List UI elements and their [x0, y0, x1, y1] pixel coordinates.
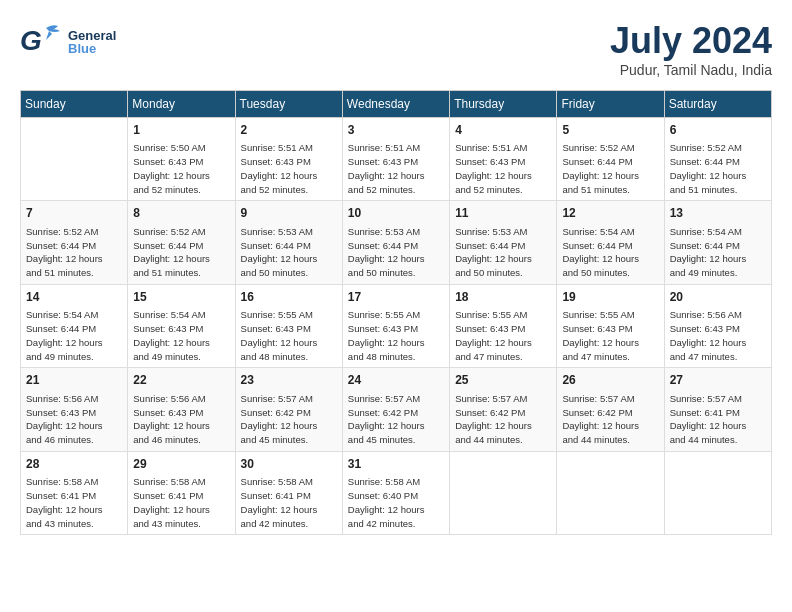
calendar-cell: 18Sunrise: 5:55 AM Sunset: 6:43 PM Dayli…: [450, 284, 557, 367]
calendar-cell: 25Sunrise: 5:57 AM Sunset: 6:42 PM Dayli…: [450, 368, 557, 451]
header-wednesday: Wednesday: [342, 91, 449, 118]
day-info: Sunrise: 5:58 AM Sunset: 6:41 PM Dayligh…: [26, 475, 122, 530]
day-number: 16: [241, 289, 337, 306]
calendar-cell: 1Sunrise: 5:50 AM Sunset: 6:43 PM Daylig…: [128, 118, 235, 201]
header-friday: Friday: [557, 91, 664, 118]
day-info: Sunrise: 5:53 AM Sunset: 6:44 PM Dayligh…: [455, 225, 551, 280]
calendar-cell: 12Sunrise: 5:54 AM Sunset: 6:44 PM Dayli…: [557, 201, 664, 284]
header-thursday: Thursday: [450, 91, 557, 118]
day-info: Sunrise: 5:57 AM Sunset: 6:42 PM Dayligh…: [562, 392, 658, 447]
logo-blue-text: Blue: [68, 42, 116, 55]
calendar-cell: 15Sunrise: 5:54 AM Sunset: 6:43 PM Dayli…: [128, 284, 235, 367]
calendar-cell: [450, 451, 557, 534]
header-tuesday: Tuesday: [235, 91, 342, 118]
calendar-cell: 14Sunrise: 5:54 AM Sunset: 6:44 PM Dayli…: [21, 284, 128, 367]
calendar-cell: [664, 451, 771, 534]
day-info: Sunrise: 5:55 AM Sunset: 6:43 PM Dayligh…: [562, 308, 658, 363]
day-info: Sunrise: 5:56 AM Sunset: 6:43 PM Dayligh…: [133, 392, 229, 447]
location: Pudur, Tamil Nadu, India: [610, 62, 772, 78]
day-number: 10: [348, 205, 444, 222]
day-number: 21: [26, 372, 122, 389]
calendar-cell: [21, 118, 128, 201]
calendar-cell: 16Sunrise: 5:55 AM Sunset: 6:43 PM Dayli…: [235, 284, 342, 367]
calendar-cell: 6Sunrise: 5:52 AM Sunset: 6:44 PM Daylig…: [664, 118, 771, 201]
calendar-cell: 10Sunrise: 5:53 AM Sunset: 6:44 PM Dayli…: [342, 201, 449, 284]
day-number: 12: [562, 205, 658, 222]
day-number: 29: [133, 456, 229, 473]
day-number: 4: [455, 122, 551, 139]
calendar-week-row: 1Sunrise: 5:50 AM Sunset: 6:43 PM Daylig…: [21, 118, 772, 201]
calendar-week-row: 28Sunrise: 5:58 AM Sunset: 6:41 PM Dayli…: [21, 451, 772, 534]
day-info: Sunrise: 5:54 AM Sunset: 6:44 PM Dayligh…: [562, 225, 658, 280]
calendar-cell: 29Sunrise: 5:58 AM Sunset: 6:41 PM Dayli…: [128, 451, 235, 534]
day-info: Sunrise: 5:57 AM Sunset: 6:42 PM Dayligh…: [455, 392, 551, 447]
day-info: Sunrise: 5:54 AM Sunset: 6:44 PM Dayligh…: [670, 225, 766, 280]
day-number: 22: [133, 372, 229, 389]
calendar-cell: 17Sunrise: 5:55 AM Sunset: 6:43 PM Dayli…: [342, 284, 449, 367]
header: G General Blue July 2024 Pudur, Tamil Na…: [20, 20, 772, 78]
day-number: 14: [26, 289, 122, 306]
day-number: 7: [26, 205, 122, 222]
day-info: Sunrise: 5:56 AM Sunset: 6:43 PM Dayligh…: [26, 392, 122, 447]
day-info: Sunrise: 5:58 AM Sunset: 6:41 PM Dayligh…: [133, 475, 229, 530]
calendar-cell: 28Sunrise: 5:58 AM Sunset: 6:41 PM Dayli…: [21, 451, 128, 534]
calendar-cell: 11Sunrise: 5:53 AM Sunset: 6:44 PM Dayli…: [450, 201, 557, 284]
calendar-cell: 9Sunrise: 5:53 AM Sunset: 6:44 PM Daylig…: [235, 201, 342, 284]
calendar-cell: 20Sunrise: 5:56 AM Sunset: 6:43 PM Dayli…: [664, 284, 771, 367]
calendar-week-row: 21Sunrise: 5:56 AM Sunset: 6:43 PM Dayli…: [21, 368, 772, 451]
header-monday: Monday: [128, 91, 235, 118]
day-number: 13: [670, 205, 766, 222]
calendar-cell: [557, 451, 664, 534]
header-saturday: Saturday: [664, 91, 771, 118]
day-number: 8: [133, 205, 229, 222]
logo-words: General Blue: [68, 29, 116, 55]
calendar-cell: 24Sunrise: 5:57 AM Sunset: 6:42 PM Dayli…: [342, 368, 449, 451]
calendar-week-row: 7Sunrise: 5:52 AM Sunset: 6:44 PM Daylig…: [21, 201, 772, 284]
day-info: Sunrise: 5:51 AM Sunset: 6:43 PM Dayligh…: [241, 141, 337, 196]
calendar-cell: 31Sunrise: 5:58 AM Sunset: 6:40 PM Dayli…: [342, 451, 449, 534]
day-number: 17: [348, 289, 444, 306]
day-number: 31: [348, 456, 444, 473]
calendar-cell: 3Sunrise: 5:51 AM Sunset: 6:43 PM Daylig…: [342, 118, 449, 201]
day-number: 15: [133, 289, 229, 306]
day-number: 18: [455, 289, 551, 306]
day-info: Sunrise: 5:53 AM Sunset: 6:44 PM Dayligh…: [241, 225, 337, 280]
page: G General Blue July 2024 Pudur, Tamil Na…: [0, 0, 792, 612]
day-info: Sunrise: 5:51 AM Sunset: 6:43 PM Dayligh…: [455, 141, 551, 196]
calendar-header-row: Sunday Monday Tuesday Wednesday Thursday…: [21, 91, 772, 118]
day-number: 5: [562, 122, 658, 139]
calendar-cell: 26Sunrise: 5:57 AM Sunset: 6:42 PM Dayli…: [557, 368, 664, 451]
day-info: Sunrise: 5:51 AM Sunset: 6:43 PM Dayligh…: [348, 141, 444, 196]
calendar-cell: 27Sunrise: 5:57 AM Sunset: 6:41 PM Dayli…: [664, 368, 771, 451]
month-title: July 2024: [610, 20, 772, 62]
day-info: Sunrise: 5:52 AM Sunset: 6:44 PM Dayligh…: [26, 225, 122, 280]
day-info: Sunrise: 5:58 AM Sunset: 6:40 PM Dayligh…: [348, 475, 444, 530]
calendar-week-row: 14Sunrise: 5:54 AM Sunset: 6:44 PM Dayli…: [21, 284, 772, 367]
day-info: Sunrise: 5:56 AM Sunset: 6:43 PM Dayligh…: [670, 308, 766, 363]
day-number: 23: [241, 372, 337, 389]
calendar-cell: 22Sunrise: 5:56 AM Sunset: 6:43 PM Dayli…: [128, 368, 235, 451]
calendar-cell: 21Sunrise: 5:56 AM Sunset: 6:43 PM Dayli…: [21, 368, 128, 451]
calendar-cell: 4Sunrise: 5:51 AM Sunset: 6:43 PM Daylig…: [450, 118, 557, 201]
calendar-cell: 7Sunrise: 5:52 AM Sunset: 6:44 PM Daylig…: [21, 201, 128, 284]
day-number: 1: [133, 122, 229, 139]
day-number: 27: [670, 372, 766, 389]
day-info: Sunrise: 5:58 AM Sunset: 6:41 PM Dayligh…: [241, 475, 337, 530]
day-info: Sunrise: 5:55 AM Sunset: 6:43 PM Dayligh…: [241, 308, 337, 363]
day-info: Sunrise: 5:50 AM Sunset: 6:43 PM Dayligh…: [133, 141, 229, 196]
day-info: Sunrise: 5:52 AM Sunset: 6:44 PM Dayligh…: [670, 141, 766, 196]
day-info: Sunrise: 5:54 AM Sunset: 6:43 PM Dayligh…: [133, 308, 229, 363]
day-info: Sunrise: 5:57 AM Sunset: 6:42 PM Dayligh…: [241, 392, 337, 447]
svg-text:G: G: [20, 25, 42, 56]
day-number: 2: [241, 122, 337, 139]
logo: G General Blue: [20, 20, 116, 64]
day-number: 11: [455, 205, 551, 222]
calendar-cell: 8Sunrise: 5:52 AM Sunset: 6:44 PM Daylig…: [128, 201, 235, 284]
day-number: 9: [241, 205, 337, 222]
day-number: 25: [455, 372, 551, 389]
day-info: Sunrise: 5:53 AM Sunset: 6:44 PM Dayligh…: [348, 225, 444, 280]
day-info: Sunrise: 5:55 AM Sunset: 6:43 PM Dayligh…: [455, 308, 551, 363]
calendar-cell: 30Sunrise: 5:58 AM Sunset: 6:41 PM Dayli…: [235, 451, 342, 534]
day-number: 19: [562, 289, 658, 306]
day-info: Sunrise: 5:55 AM Sunset: 6:43 PM Dayligh…: [348, 308, 444, 363]
